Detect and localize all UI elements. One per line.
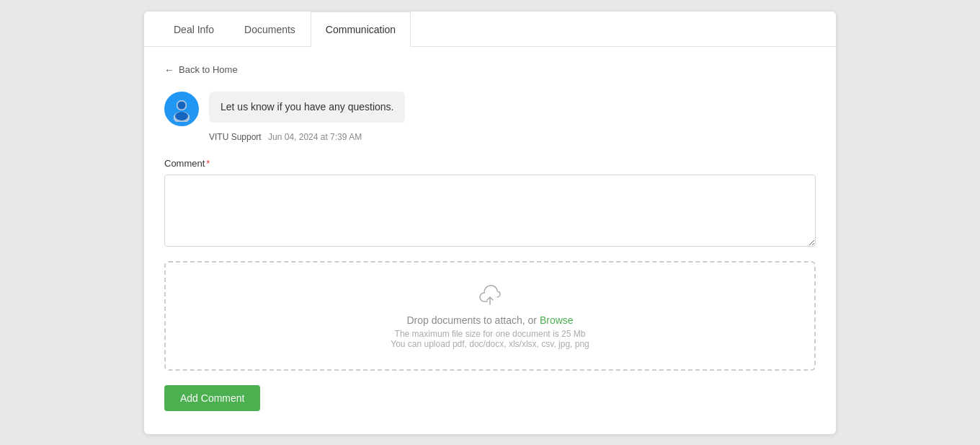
- message-timestamp: Jun 04, 2024 at 7:39 AM: [268, 132, 362, 142]
- drop-zone[interactable]: Drop documents to attach, or Browse The …: [164, 261, 816, 371]
- add-comment-button[interactable]: Add Comment: [164, 385, 260, 411]
- content-area: ← Back to Home: [144, 47, 836, 434]
- drop-zone-hint1: The maximum file size for one document i…: [180, 329, 800, 339]
- comment-label: Comment*: [164, 158, 816, 169]
- message-bubble: Let us know if you have any questions.: [209, 92, 405, 123]
- svg-point-5: [175, 112, 188, 120]
- tab-deal-info[interactable]: Deal Info: [159, 12, 229, 47]
- tab-documents[interactable]: Documents: [229, 12, 311, 47]
- back-link[interactable]: ← Back to Home: [164, 64, 816, 76]
- svg-point-4: [178, 101, 186, 109]
- tab-communication[interactable]: Communication: [311, 12, 411, 47]
- upload-icon: [477, 283, 503, 309]
- avatar: [164, 92, 199, 126]
- back-link-label: Back to Home: [179, 64, 238, 75]
- message-sender: VITU Support: [209, 132, 262, 142]
- message-row: Let us know if you have any questions.: [164, 92, 816, 126]
- drop-zone-text: Drop documents to attach, or Browse: [180, 314, 800, 326]
- comment-textarea[interactable]: [164, 175, 816, 247]
- required-indicator: *: [206, 158, 210, 169]
- tab-bar: Deal Info Documents Communication: [144, 12, 836, 47]
- drop-zone-hint2: You can upload pdf, doc/docx, xls/xlsx, …: [180, 339, 800, 349]
- browse-link[interactable]: Browse: [540, 314, 574, 326]
- avatar-icon: [169, 96, 195, 122]
- message-meta: VITU Support Jun 04, 2024 at 7:39 AM: [209, 132, 816, 142]
- main-card: Deal Info Documents Communication ← Back…: [144, 12, 836, 434]
- message-text: Let us know if you have any questions.: [220, 101, 393, 113]
- back-arrow-icon: ←: [164, 64, 174, 76]
